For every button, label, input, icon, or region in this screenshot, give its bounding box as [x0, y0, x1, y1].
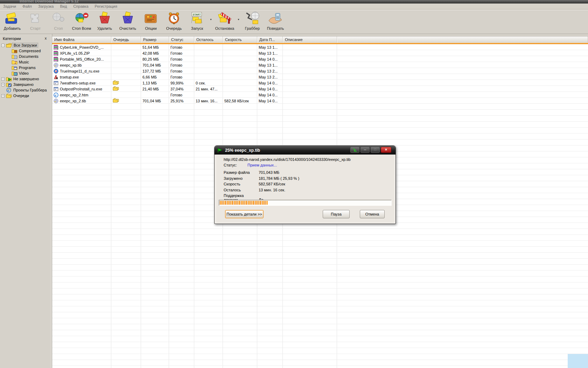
field-label: Осталось — [224, 188, 259, 192]
cancel-button[interactable]: Отмена — [360, 210, 385, 218]
table-row[interactable]: Portable_MS_Office_20...80,25 МБГотовоMa… — [52, 56, 588, 62]
rar-file-icon — [54, 57, 58, 62]
cell-filler — [337, 104, 588, 109]
cell-queue — [111, 336, 141, 342]
toolbar-button-5[interactable]: Удалить — [93, 11, 116, 33]
menu-item-1[interactable]: Задачи — [0, 4, 19, 8]
sidebar-item-label: Завершено — [12, 82, 35, 87]
sidebar-item-video[interactable]: Video — [0, 70, 51, 76]
sidebar-item-label: Video — [18, 71, 30, 75]
collapse-icon[interactable]: − — [1, 44, 5, 47]
cell-status: Готово — [169, 56, 194, 62]
minimize-button[interactable]: ─ — [360, 147, 370, 153]
expand-icon[interactable]: + — [1, 77, 5, 81]
column-header-5[interactable]: Осталось — [194, 36, 223, 43]
expand-icon[interactable]: + — [1, 94, 5, 97]
sidebar-item-compressed[interactable]: Compressed — [0, 48, 51, 54]
chevron-down-icon[interactable]: ▾ — [209, 11, 213, 33]
cell-queue — [111, 157, 141, 163]
cell-speed — [223, 348, 257, 354]
toolbar-button-1[interactable]: Добавить — [1, 11, 24, 33]
table-row[interactable]: eeepc_xp.tib701,04 МБГотовоMay 13 1... — [52, 62, 588, 68]
cell-queue — [111, 277, 141, 282]
toolbar-button-9[interactable]: STARTЗапуск — [186, 11, 209, 33]
cell-speed — [223, 271, 257, 276]
table-row[interactable]: 9TrueImage11_d_ru.exe137,72 МБГотовоMay … — [52, 68, 588, 74]
menu-item-3[interactable]: Загрузка — [35, 4, 57, 8]
cell-date — [257, 348, 283, 354]
queue-icon — [166, 11, 182, 26]
cell-filler — [337, 229, 588, 234]
show-details-button[interactable]: Показать детали >> — [225, 210, 264, 218]
cell-size: 701,04 МБ — [141, 62, 169, 68]
column-header-6[interactable]: Скорость — [223, 36, 257, 43]
cell-descr — [283, 318, 337, 324]
sidebar-item-проекты-граббера[interactable]: eПроекты Граббера — [0, 87, 51, 93]
table-row[interactable]: eeepc_xp_2.tib701,04 МБ25,91%13 мин. 16.… — [52, 98, 588, 104]
cell-queue — [111, 163, 141, 169]
toolbar-button-8[interactable]: Очередь — [162, 11, 186, 33]
menu-item-5[interactable]: Справка — [70, 4, 91, 8]
column-header-7[interactable]: Дата П... — [257, 36, 283, 43]
cell-queue — [111, 288, 141, 294]
downloads-list-header: Имя ФайлаОчередьРазмерСтатусОсталосьСкор… — [52, 36, 588, 43]
cell-size — [141, 223, 169, 229]
sidebar-item-programs[interactable]: Programs — [0, 65, 51, 70]
pause-button[interactable]: Пауза — [323, 210, 350, 218]
column-header-1[interactable]: Имя Файла — [52, 36, 111, 43]
toolbar-button-12[interactable]: Поведать — [264, 11, 287, 33]
file-name: eeepc_xp_2.htm — [60, 93, 88, 97]
field-value: 13 мин. 16 сек. — [259, 188, 285, 192]
cell-size: 80,25 МБ — [141, 56, 169, 62]
sidebar-item-documents[interactable]: Documents — [0, 54, 51, 59]
column-header-8[interactable]: Описание — [283, 36, 337, 43]
close-button[interactable]: ✕ — [381, 147, 391, 153]
cell-name — [52, 259, 111, 264]
sidebar-item-label: Documents — [18, 54, 40, 59]
chevron-down-icon[interactable]: ▾ — [236, 11, 241, 33]
cell-status — [169, 145, 194, 151]
cell-size — [141, 312, 169, 318]
cell-filler — [337, 318, 588, 324]
menu-item-2[interactable]: Файл — [19, 4, 35, 8]
menu-item-6[interactable]: Регистрация — [92, 4, 120, 8]
sidebar-item-не-завершено[interactable]: +Не завершено — [0, 76, 51, 82]
column-header-4[interactable]: Статус — [169, 36, 194, 43]
table-row[interactable]: CyberLink_PowerDVD_...51,64 МБГотовоMay … — [52, 44, 588, 50]
maximize-button[interactable]: □ — [371, 147, 380, 153]
cell-remaining — [194, 288, 223, 294]
sidebar-item-label: Все Загрузки — [12, 43, 38, 48]
table-row[interactable]: 7weathers-setup.exe1,13 МБ99,99%0 сек.Ma… — [52, 80, 588, 86]
sidebar-item-music[interactable]: ♪Music — [0, 59, 51, 65]
file-name: Portable_MS_Office_20... — [60, 57, 104, 61]
cell-descr — [283, 62, 337, 68]
toolbar-button-4[interactable]: Стоп Всем — [70, 11, 93, 33]
close-icon[interactable]: x — [43, 36, 48, 41]
toolbar-button-7[interactable]: Опции — [139, 11, 162, 33]
sidebar-item-label: Проекты Граббера — [12, 88, 48, 92]
scheduler-stop-icon — [217, 11, 233, 26]
column-header-3[interactable]: Размер — [141, 36, 169, 43]
sidebar-item-завершено[interactable]: +Завершено — [0, 82, 51, 87]
cell-queue — [111, 229, 141, 234]
sidebar-item-label: Compressed — [18, 49, 42, 53]
table-row[interactable]: OutpostProInstall_ru.exe21,40 МБ37,04%21… — [52, 86, 588, 92]
dialog-titlebar[interactable]: 25% eeepc_xp.tib ─ □ ✕ — [215, 146, 396, 155]
toolbar-button-10[interactable]: Остановка — [213, 11, 236, 33]
column-header-2[interactable]: Очередь — [111, 36, 141, 43]
expand-icon[interactable]: + — [1, 83, 5, 86]
table-row-empty — [52, 330, 588, 336]
table-row[interactable]: XPLife_v1.05.ZIP42,08 МБГотовоMay 13 1..… — [52, 50, 588, 56]
cell-filler — [337, 253, 588, 258]
cell-filler — [337, 56, 588, 62]
cell-name: eeeepc_xp_2.htm — [52, 92, 111, 97]
sidebar-item-все-загрузки[interactable]: −Все Загрузки — [0, 42, 51, 48]
table-row[interactable]: trsetup.exe6,66 МБГотовоMay 13 2... — [52, 74, 588, 80]
table-row[interactable]: eeeepc_xp_2.htmГотовоMay 14 0... — [52, 92, 588, 98]
cell-remaining — [194, 306, 223, 312]
sidebar-item-очереди[interactable]: +Очереди — [0, 93, 51, 98]
toolbar-button-11[interactable]: Граббер — [241, 11, 264, 33]
toolbar-button-6[interactable]: Очистить — [116, 11, 139, 33]
menu-item-4[interactable]: Вид — [57, 4, 70, 8]
minimize-to-tray-button[interactable] — [350, 147, 359, 153]
